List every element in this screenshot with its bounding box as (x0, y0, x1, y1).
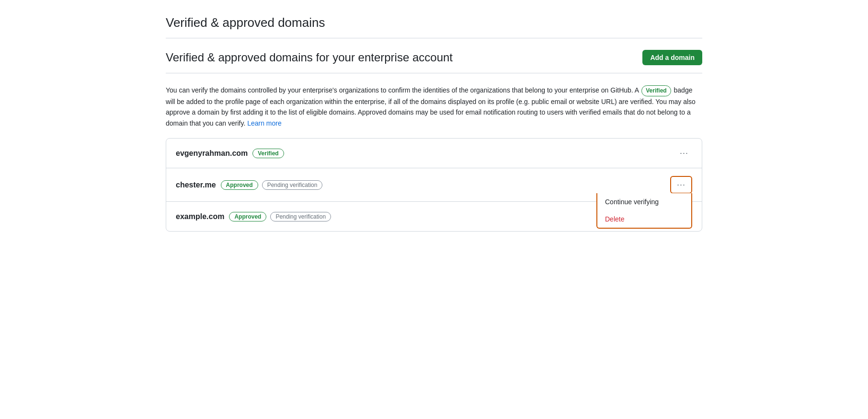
section-header: Verified & approved domains for your ent… (166, 50, 702, 65)
table-row: evgenyrahman.com Verified ··· (166, 139, 702, 168)
description-text: You can verify the domains controlled by… (166, 85, 702, 128)
description-verified-badge: Verified (641, 85, 671, 96)
domain-name: evgenyrahman.com (176, 149, 248, 158)
more-options-button[interactable]: ··· (676, 146, 692, 160)
domain-name: example.com (176, 212, 224, 221)
table-row: chester.me Approved Pending verification… (166, 168, 702, 202)
highlighted-action-wrapper: ··· Continue verifying Delete (670, 176, 692, 194)
status-badge-verified: Verified (252, 149, 284, 158)
content-divider (166, 73, 702, 73)
add-domain-button[interactable]: Add a domain (642, 50, 702, 65)
status-badge-approved: Approved (229, 212, 266, 221)
description-before-badge: You can verify the domains controlled by… (166, 86, 640, 94)
domain-actions-highlighted: ··· Continue verifying Delete (670, 176, 692, 194)
domain-name: chester.me (176, 181, 216, 189)
more-options-button-chester[interactable]: ··· (673, 178, 689, 192)
learn-more-link[interactable]: Learn more (247, 119, 282, 127)
domain-actions: ··· (676, 146, 692, 160)
status-badge-pending: Pending verification (262, 180, 323, 190)
section-title: Verified & approved domains for your ent… (166, 51, 453, 64)
page-container: Verified & approved domains Verified & a… (147, 0, 721, 247)
dropdown-menu: Continue verifying Delete (596, 193, 692, 229)
status-badge-approved: Approved (221, 180, 258, 190)
continue-verifying-button[interactable]: Continue verifying (597, 193, 691, 210)
delete-button[interactable]: Delete (597, 210, 691, 228)
page-title: Verified & approved domains (166, 15, 702, 30)
domains-list: evgenyrahman.com Verified ··· chester.me… (166, 138, 702, 232)
section-divider (166, 38, 702, 38)
status-badge-pending: Pending verification (270, 212, 331, 221)
